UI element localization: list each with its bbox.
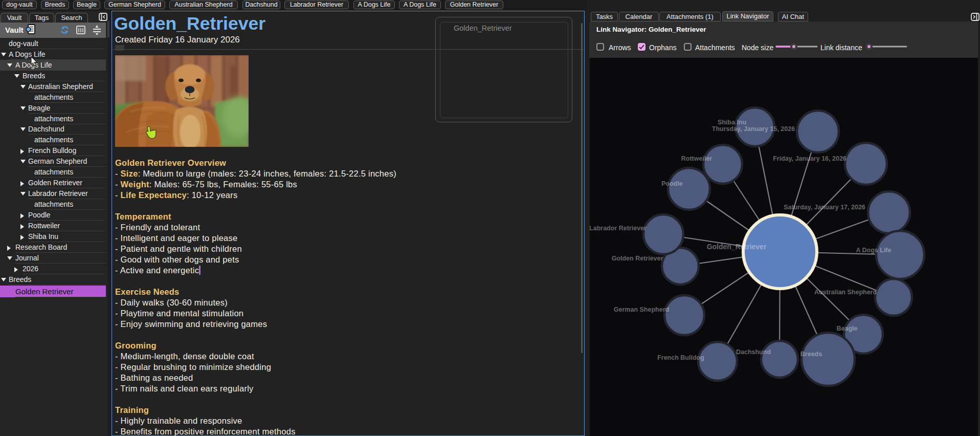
svg-text:Dachshund: Dachshund <box>736 348 771 356</box>
svg-text:German Shepherd: German Shepherd <box>614 306 669 313</box>
svg-text:Shiba Inu: Shiba Inu <box>718 119 746 126</box>
svg-text:Australian Shepherd: Australian Shepherd <box>814 289 877 296</box>
svg-text:Beagle: Beagle <box>837 325 858 332</box>
svg-text:French Bulldog: French Bulldog <box>657 354 704 361</box>
svg-text:Breeds: Breeds <box>800 351 822 358</box>
svg-text:Thursday, January 15, 2026: Thursday, January 15, 2026 <box>712 125 795 133</box>
svg-text:Poodle: Poodle <box>661 180 683 187</box>
svg-text:Rottweiler: Rottweiler <box>681 155 712 162</box>
svg-text:A Dogs Life: A Dogs Life <box>856 247 892 254</box>
svg-text:Labrador Retriever: Labrador Retriever <box>590 225 647 232</box>
svg-text:Friday, January 16, 2026: Friday, January 16, 2026 <box>773 155 847 162</box>
svg-text:Golden Retriever: Golden Retriever <box>612 255 663 262</box>
svg-text:Golden_Retriever: Golden_Retriever <box>707 243 767 251</box>
svg-text:Saturday, January 17, 2026: Saturday, January 17, 2026 <box>784 204 865 211</box>
